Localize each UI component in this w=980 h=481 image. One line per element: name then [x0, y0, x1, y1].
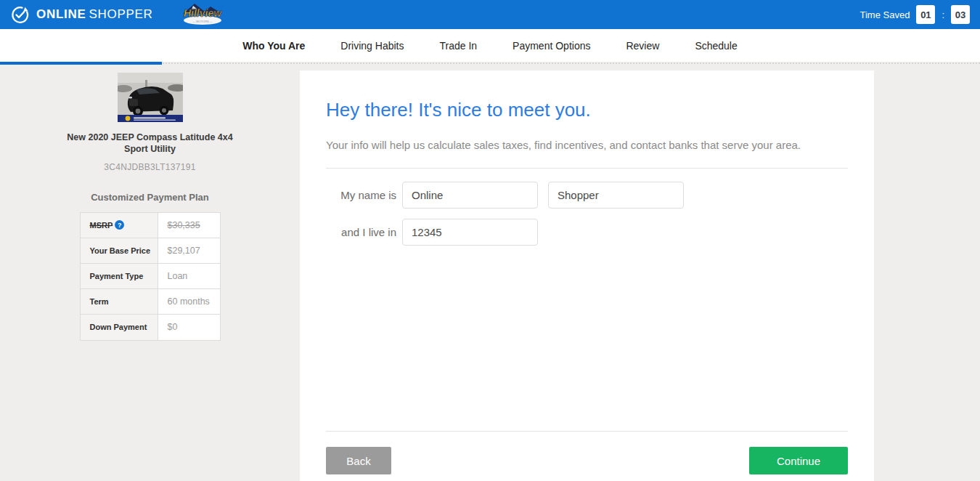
content-area: New 2020 JEEP Compass Latitude 4x4 Sport… [0, 65, 980, 481]
zip-row: and I live in [326, 219, 848, 246]
down-payment-label: Down Payment [81, 315, 158, 340]
step-nav: Who You Are Driving Habits Trade In Paym… [0, 29, 980, 62]
payment-plan-table: MSRP ? $30,335 Your Base Price $29,107 P… [80, 212, 221, 341]
zip-label: and I live in [326, 226, 396, 238]
page-title: Hey there! It's nice to meet you. [326, 99, 848, 121]
continue-button[interactable]: Continue [749, 447, 848, 474]
tab-schedule[interactable]: Schedule [695, 40, 737, 52]
term-value: 60 months [158, 289, 220, 314]
msrp-value: $30,335 [158, 213, 220, 238]
term-label: Term [81, 289, 158, 314]
table-row-base-price: Your Base Price $29,107 [81, 238, 220, 264]
tab-driving-habits[interactable]: Driving Habits [340, 40, 404, 52]
spacer [326, 256, 848, 431]
time-saved-seconds: 03 [951, 5, 970, 24]
vehicle-title: New 2020 JEEP Compass Latitude 4x4 Sport… [66, 132, 234, 155]
who-you-are-form: My name is and I live in [326, 182, 848, 256]
msrp-label: MSRP ? [81, 213, 158, 238]
footer-actions: Back Continue [326, 432, 848, 481]
svg-text:— MOTORS —: — MOTORS — [193, 20, 213, 23]
base-price-label: Your Base Price [81, 238, 158, 263]
time-saved: Time Saved 01 : 03 [859, 5, 970, 24]
name-label: My name is [326, 189, 396, 201]
dealer-logo[interactable]: Hillview — MOTORS — [173, 1, 232, 28]
time-saved-label: Time Saved [859, 9, 910, 20]
back-button[interactable]: Back [326, 447, 391, 474]
payment-plan-title: Customized Payment Plan [91, 192, 209, 203]
payment-type-value: Loan [158, 264, 220, 288]
page-subtitle: Your info will help us calculate sales t… [326, 139, 848, 151]
time-separator: : [942, 9, 944, 20]
table-row-term: Term 60 months [81, 289, 220, 315]
first-name-input[interactable] [402, 182, 538, 209]
tab-trade-in[interactable]: Trade In [439, 40, 477, 52]
down-payment-value: $0 [158, 315, 220, 340]
help-icon[interactable]: ? [115, 220, 124, 230]
last-name-input[interactable] [548, 182, 684, 209]
payment-type-label: Payment Type [81, 264, 158, 288]
svg-text:Hillview: Hillview [184, 7, 222, 19]
app-header: ONLINESHOPPER Hillview — MOTORS — Time S… [0, 0, 980, 29]
tab-review[interactable]: Review [626, 40, 659, 52]
vehicle-vin: 3C4NJDBB3LT137191 [104, 162, 195, 172]
tab-who-you-are[interactable]: Who You Are [242, 40, 305, 52]
table-row-payment-type: Payment Type Loan [81, 264, 220, 289]
tab-payment-options[interactable]: Payment Options [513, 40, 590, 52]
name-row: My name is [326, 182, 848, 209]
progress-fill [0, 62, 162, 65]
time-saved-minutes: 01 [916, 5, 935, 24]
vehicle-sidebar: New 2020 JEEP Compass Latitude 4x4 Sport… [0, 65, 300, 341]
vehicle-photo [118, 73, 183, 122]
base-price-value: $29,107 [158, 238, 220, 263]
table-row-down-payment: Down Payment $0 [81, 315, 220, 340]
divider [326, 168, 848, 169]
brand: ONLINESHOPPER [10, 5, 152, 25]
timer-check-icon [10, 5, 30, 25]
zip-code-input[interactable] [402, 219, 538, 246]
main-panel: Hey there! It's nice to meet you. Your i… [300, 70, 874, 481]
table-row-msrp: MSRP ? $30,335 [81, 213, 220, 238]
app-title: ONLINESHOPPER [36, 7, 152, 22]
